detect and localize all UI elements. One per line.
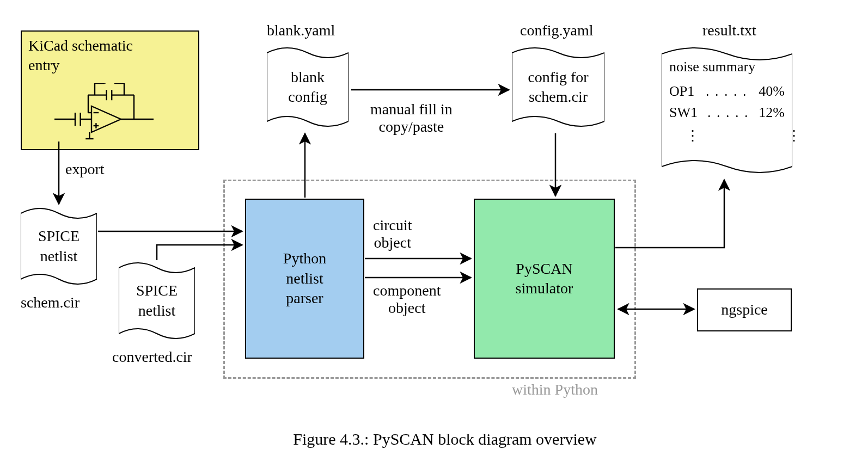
pyscan-block-diagram: within Python KiCad schematic entry xyxy=(11,11,868,449)
schem-cir-label: schem.cir xyxy=(21,294,80,311)
dots-2: . . . . . xyxy=(698,102,759,123)
spice-netlist-2-text: SPICE netlist xyxy=(119,261,195,340)
converted-cir-label: converted.cir xyxy=(112,348,192,366)
config-text: config for schem.cir xyxy=(512,46,604,128)
dots-1: . . . . . xyxy=(694,81,759,102)
blank-config-text: blank config xyxy=(267,46,349,128)
circuit-object-label: circuit object xyxy=(373,217,412,251)
figure-caption: Figure 4.3.: PySCAN block diagram overvi… xyxy=(11,430,868,448)
result-txt-label: result.txt xyxy=(702,22,756,39)
spice-netlist-1: SPICE netlist xyxy=(21,207,97,286)
component-object-label: component object xyxy=(373,282,441,317)
result-content: noise summary OP1 . . . . . 40% SW1 . . … xyxy=(662,46,792,174)
result-value-1: 40% xyxy=(759,81,785,102)
export-label: export xyxy=(65,161,105,178)
kicad-box: KiCad schematic entry xyxy=(21,30,199,150)
result-doc: noise summary OP1 . . . . . 40% SW1 . . … xyxy=(662,46,792,174)
vdots: ⋮⋮ xyxy=(669,125,817,146)
python-parser-box: Python netlist parser xyxy=(245,199,364,359)
result-value-2: 12% xyxy=(759,102,785,123)
spice-netlist-1-text: SPICE netlist xyxy=(21,207,97,286)
schematic-icon xyxy=(54,83,174,149)
noise-summary-header: noise summary xyxy=(669,56,755,77)
config-doc: config for schem.cir xyxy=(512,46,604,128)
blank-config-doc: blank config xyxy=(267,46,349,128)
result-row-2: SW1 . . . . . 12% xyxy=(669,102,785,123)
within-python-label: within Python xyxy=(512,381,598,398)
result-name-2: SW1 xyxy=(669,102,698,123)
kicad-title: KiCad schematic entry xyxy=(28,36,133,76)
pyscan-simulator-box: PySCAN simulator xyxy=(474,199,615,359)
blank-yaml-label: blank.yaml xyxy=(267,22,335,39)
result-name-1: OP1 xyxy=(669,81,694,102)
ngspice-box: ngspice xyxy=(697,288,792,331)
result-row-1: OP1 . . . . . 40% xyxy=(669,81,785,102)
config-yaml-label: config.yaml xyxy=(520,22,594,39)
spice-netlist-2: SPICE netlist xyxy=(119,261,195,340)
manual-label: manual fill in copy/paste xyxy=(370,101,453,136)
